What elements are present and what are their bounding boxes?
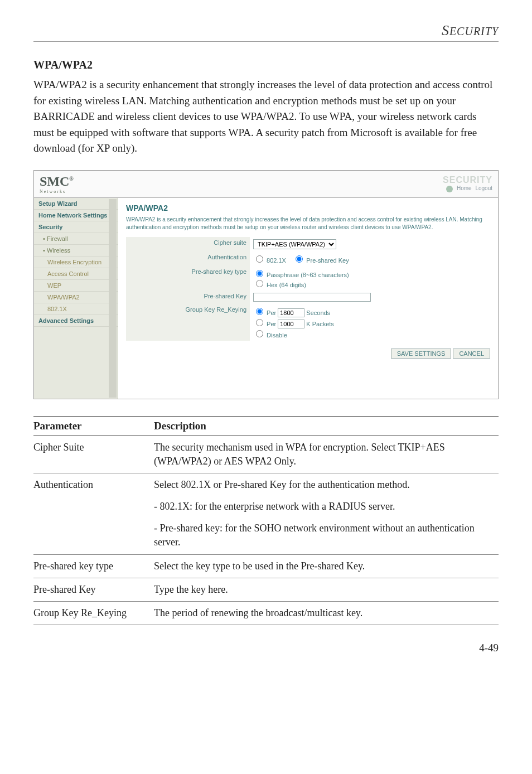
header-rule: [33, 41, 499, 42]
rekey-val1[interactable]: [278, 308, 304, 317]
sidebar-item[interactable]: Security: [34, 221, 118, 233]
form-table: Cipher suite TKIP+AES (WPA/WPA2) Authent…: [126, 237, 490, 341]
param-name: Group Key Re_Keying: [33, 602, 154, 625]
rekey-opt2[interactable]: Per: [253, 321, 276, 327]
col-desc: Description: [154, 416, 499, 436]
param-name: Authentication: [33, 473, 154, 554]
page-number: 4-49: [33, 642, 499, 654]
running-head: SECURITY: [33, 22, 499, 39]
param-name: Cipher Suite: [33, 436, 154, 473]
sidebar-item[interactable]: 802.1X: [34, 303, 118, 315]
param-desc: Select the key type to be used in the Pr…: [154, 554, 499, 578]
sidebar-item[interactable]: WEP: [34, 280, 118, 292]
param-desc-sub: - Pre-shared key: for the SOHO network e…: [154, 521, 495, 549]
logo-block: SMC® Networks: [40, 174, 74, 194]
sidebar: Setup WizardHome Network SettingsSecurit…: [34, 198, 118, 399]
sidebar-item[interactable]: WPA/WPA2: [34, 292, 118, 303]
rekey-label: Group Key Re_Keying: [126, 304, 250, 341]
ptype-opt1[interactable]: Passphrase (8~63 characters): [253, 272, 349, 278]
logo-text: SMC: [40, 174, 69, 188]
sidebar-item[interactable]: Wireless: [34, 245, 118, 257]
auth-opt2[interactable]: Pre-shared Key: [293, 257, 349, 264]
running-head-rest: ECURITY: [449, 25, 499, 37]
param-name: Pre-shared key type: [33, 554, 154, 578]
rekey-unit1: Seconds: [306, 309, 330, 316]
pkey-label: Pre-shared Key: [126, 291, 250, 304]
section-title: WPA/WPA2: [33, 59, 499, 71]
param-desc: Select 802.1X or Pre-shared Key for the …: [154, 473, 499, 554]
ptype-opt2[interactable]: Hex (64 digits): [253, 282, 306, 288]
rekey-unit2: K Packets: [306, 321, 334, 327]
header-links: Home Logout: [443, 185, 492, 192]
button-row: [126, 349, 490, 359]
panel-note: WPA/WPA2 is a security enhancement that …: [126, 216, 490, 231]
screenshot-body: Setup WizardHome Network SettingsSecurit…: [34, 198, 498, 399]
screenshot-header: SMC® Networks SECURITY Home Logout: [34, 171, 498, 198]
sidebar-item[interactable]: Wireless Encryption: [34, 257, 118, 268]
sidebar-item[interactable]: Setup Wizard: [34, 198, 118, 210]
panel-title: WPA/WPA2: [126, 204, 490, 212]
sidebar-item[interactable]: Home Network Settings: [34, 210, 118, 221]
auth-opt1[interactable]: 802.1X: [253, 257, 286, 264]
globe-icon: [446, 186, 453, 192]
brand-block: SECURITY Home Logout: [443, 175, 492, 192]
sidebar-item[interactable]: Advanced Settings: [34, 315, 118, 327]
param-desc: Type the key here.: [154, 578, 499, 601]
intro-paragraph: WPA/WPA2 is a security enhancement that …: [33, 77, 499, 157]
param-desc-sub: - 802.1X: for the enterprise network wit…: [154, 500, 495, 514]
cipher-select[interactable]: TKIP+AES (WPA/WPA2): [253, 239, 336, 249]
rekey-opt1[interactable]: Per: [253, 309, 276, 316]
pkey-input[interactable]: [253, 293, 371, 302]
ptype-label: Pre-shared key type: [126, 266, 250, 291]
rekey-opt3[interactable]: Disable: [253, 332, 287, 338]
rekey-val2[interactable]: [278, 320, 304, 328]
router-screenshot: SMC® Networks SECURITY Home Logout Setup…: [33, 170, 499, 399]
parameter-table: Parameter Description Cipher SuiteThe se…: [33, 416, 499, 626]
logo: SMC® Networks: [40, 174, 74, 194]
sidebar-item[interactable]: Firewall: [34, 233, 118, 245]
brand-text: SECURITY: [443, 175, 492, 185]
home-link[interactable]: Home: [457, 185, 472, 191]
col-param: Parameter: [33, 416, 154, 436]
param-name: Pre-shared Key: [33, 578, 154, 601]
save-button[interactable]: [391, 349, 452, 359]
scrollbar[interactable]: [109, 199, 117, 398]
content-panel: WPA/WPA2 WPA/WPA2 is a security enhancem…: [118, 198, 498, 399]
logo-subtext: Networks: [40, 189, 74, 194]
logout-link[interactable]: Logout: [475, 185, 492, 191]
param-desc: The security mechanism used in WPA for e…: [154, 436, 499, 473]
running-head-first: S: [442, 22, 449, 38]
sidebar-item[interactable]: Access Control: [34, 268, 118, 280]
cancel-button[interactable]: [453, 349, 490, 359]
auth-label: Authentication: [126, 251, 250, 266]
param-desc: The period of renewing the broadcast/mul…: [154, 602, 499, 625]
cipher-label: Cipher suite: [126, 237, 250, 251]
